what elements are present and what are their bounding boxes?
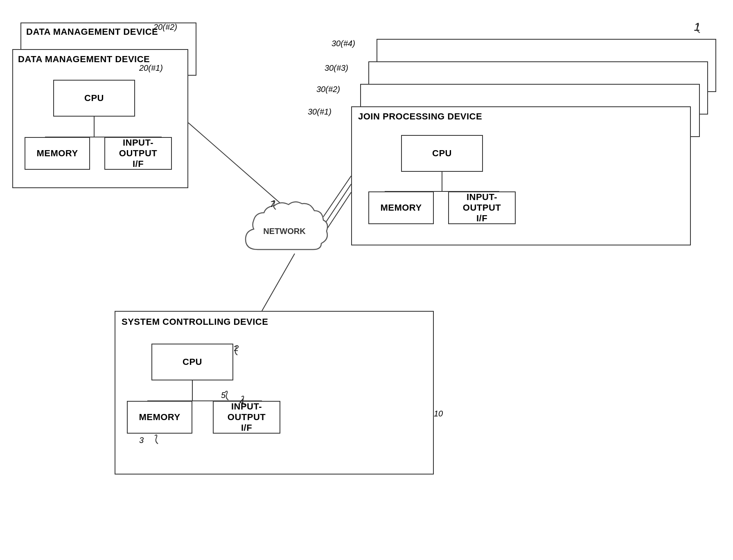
sys-cpu-box: CPU: [151, 344, 233, 380]
data-mgmt-io-box: INPUT-OUTPUT I/F: [104, 137, 172, 170]
ref-10: 10: [434, 409, 443, 418]
join-cpu-label: CPU: [432, 148, 452, 159]
ref-2: 2: [234, 344, 239, 353]
data-mgmt-outer-label: DATA MANAGEMENT DEVICE: [26, 27, 158, 37]
data-mgmt-memory-label: MEMORY: [36, 148, 78, 159]
ref-30-2: 30(#2): [316, 85, 340, 94]
ref-7: 7: [270, 200, 275, 209]
join-1-label: JOIN PROCESSING DEVICE: [358, 111, 482, 122]
data-mgmt-memory-box: MEMORY: [25, 137, 90, 170]
join-1-box: JOIN PROCESSING DEVICE: [351, 106, 691, 245]
join-memory-label: MEMORY: [380, 202, 422, 213]
sys-io-box: INPUT-OUTPUT I/F: [213, 401, 280, 434]
data-mgmt-cpu-label: CPU: [84, 93, 104, 103]
sys-ctrl-label: SYSTEM CONTROLLING DEVICE: [122, 317, 268, 327]
ref-30-3: 30(#3): [325, 63, 348, 73]
data-mgmt-inner-label: DATA MANAGEMENT DEVICE: [18, 54, 150, 65]
sys-ctrl-box: SYSTEM CONTROLLING DEVICE: [115, 311, 434, 475]
data-mgmt-cpu-box: CPU: [53, 80, 135, 117]
join-io-box: INPUT-OUTPUT I/F: [448, 191, 516, 224]
ref-1: 1: [694, 20, 700, 34]
diagram: 1 DATA MANAGEMENT DEVICE 20(#2) DATA MAN…: [0, 0, 733, 560]
ref-5: 5: [221, 391, 226, 400]
ref-20-1: 20(#1): [139, 63, 163, 73]
join-io-label: INPUT-OUTPUT I/F: [449, 192, 515, 224]
ref-3: 3: [139, 436, 144, 445]
ref-30-4: 30(#4): [332, 39, 355, 48]
svg-text:NETWORK: NETWORK: [263, 227, 306, 236]
join-memory-box: MEMORY: [368, 191, 434, 224]
sys-memory-box: MEMORY: [127, 401, 192, 434]
network-cloud: NETWORK: [233, 192, 336, 274]
ref-30-1: 30(#1): [308, 107, 332, 117]
ref-4: 4: [239, 397, 244, 406]
sys-io-label: INPUT-OUTPUT I/F: [214, 401, 280, 433]
ref-20-2: 20(#2): [153, 22, 177, 32]
sys-memory-label: MEMORY: [139, 412, 180, 423]
sys-cpu-label: CPU: [183, 357, 202, 367]
join-cpu-box: CPU: [401, 135, 483, 172]
data-mgmt-io-label: INPUT-OUTPUT I/F: [105, 137, 171, 169]
